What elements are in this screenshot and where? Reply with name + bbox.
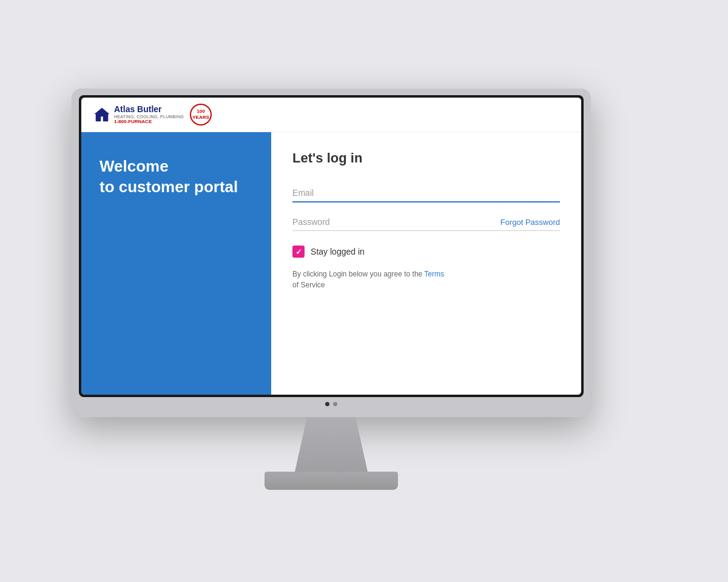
stand-base [265, 472, 398, 490]
stay-logged-in-checkbox[interactable]: ✓ [292, 246, 305, 258]
monitor: Atlas Butler HEATING, COOLING, PLUMBING … [72, 88, 591, 490]
monitor-body: Atlas Butler HEATING, COOLING, PLUMBING … [72, 88, 591, 417]
portal-body: Welcome to customer portal Let's log in [81, 132, 581, 395]
house-icon [93, 106, 110, 123]
forgot-password-link[interactable]: Forgot Password [500, 218, 560, 227]
terms-link[interactable]: Terms [424, 270, 444, 278]
monitor-screen: Atlas Butler HEATING, COOLING, PLUMBING … [81, 98, 581, 395]
login-title: Let's log in [292, 150, 560, 166]
portal-left-panel: Welcome to customer portal [81, 132, 271, 395]
stay-logged-in-row: ✓ Stay logged in [292, 246, 560, 258]
terms-text: By clicking Login below you agree to the… [292, 269, 560, 290]
password-row: Forgot Password [292, 217, 560, 231]
checkmark-icon: ✓ [295, 247, 302, 256]
password-group: Forgot Password [292, 217, 560, 231]
stay-logged-label: Stay logged in [311, 247, 365, 256]
brand-tagline: HEATING, COOLING, PLUMBING [114, 115, 184, 119]
brand-text: Atlas Butler HEATING, COOLING, PLUMBING … [114, 105, 184, 124]
password-input[interactable] [292, 217, 500, 227]
carousel-dots [79, 397, 584, 410]
brand-phone: 1-800-FURNACE [114, 119, 184, 124]
years-badge: 100 YEARS [190, 104, 212, 125]
svg-marker-0 [95, 108, 109, 121]
portal-right-panel: Let's log in Forgot Password [271, 132, 581, 395]
email-group [292, 184, 560, 202]
welcome-text: Welcome to customer portal [99, 156, 253, 198]
portal-header: Atlas Butler HEATING, COOLING, PLUMBING … [81, 98, 581, 132]
carousel-dot-2[interactable] [333, 402, 337, 406]
logo-area: Atlas Butler HEATING, COOLING, PLUMBING … [93, 104, 212, 125]
monitor-screen-border: Atlas Butler HEATING, COOLING, PLUMBING … [79, 95, 584, 397]
stand-neck [271, 417, 392, 472]
carousel-dot-1[interactable] [325, 402, 329, 406]
atlas-butler-logo: Atlas Butler HEATING, COOLING, PLUMBING … [93, 105, 184, 124]
brand-name: Atlas Butler [114, 105, 184, 114]
email-input[interactable] [292, 184, 560, 202]
monitor-stand [72, 417, 591, 490]
